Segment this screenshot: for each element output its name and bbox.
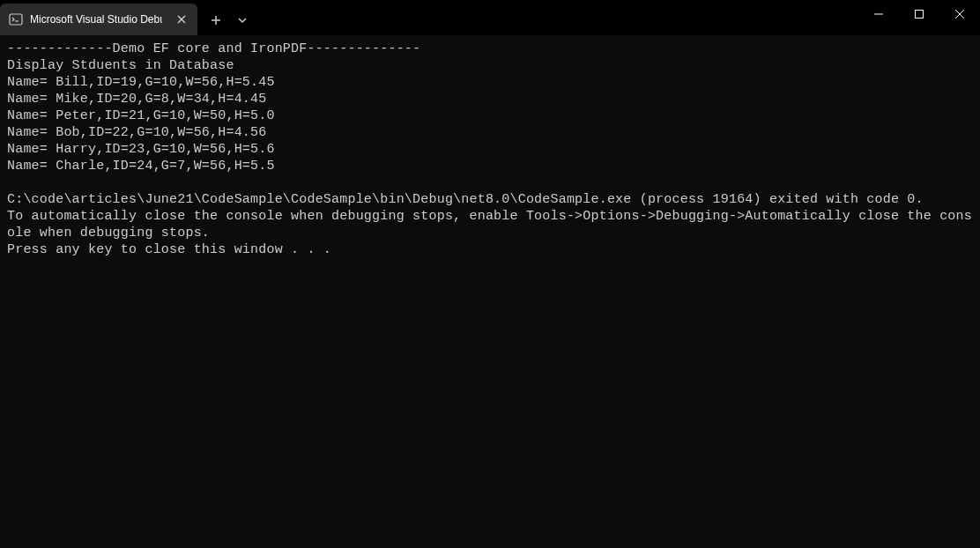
console-line: Name= Bob,ID=22,G=10,W=56,H=4.56	[7, 124, 973, 141]
console-line: Name= Bill,ID=19,G=10,W=56,H=5.45	[7, 74, 973, 91]
new-tab-button[interactable]	[203, 7, 229, 33]
active-tab[interactable]: Microsoft Visual Studio Debug	[0, 4, 197, 35]
console-line: Name= Charle,ID=24,G=7,W=56,H=5.5	[7, 158, 973, 174]
terminal-icon	[9, 12, 23, 26]
console-line: To automatically close the console when …	[7, 208, 973, 241]
tab-dropdown-button[interactable]	[229, 7, 256, 33]
console-line: Display Stduents in Database	[7, 57, 973, 74]
console-line: -------------Demo EF core and IronPDF---…	[7, 41, 973, 57]
console-output[interactable]: -------------Demo EF core and IronPDF---…	[0, 35, 980, 548]
console-line: Name= Peter,ID=21,G=10,W=50,H=5.0	[7, 107, 973, 124]
maximize-button[interactable]	[899, 0, 939, 28]
svg-rect-0	[10, 14, 22, 25]
console-line: Name= Harry,ID=23,G=10,W=56,H=5.6	[7, 141, 973, 158]
tab-title: Microsoft Visual Studio Debug	[30, 13, 162, 26]
console-line	[7, 174, 973, 191]
window-controls	[858, 0, 980, 28]
console-line: Press any key to close this window . . .	[7, 241, 973, 258]
titlebar-left: Microsoft Visual Studio Debug	[0, 0, 256, 35]
close-window-button[interactable]	[939, 0, 980, 28]
svg-rect-7	[916, 11, 924, 19]
console-line: Name= Mike,ID=20,G=8,W=34,H=4.45	[7, 91, 973, 107]
minimize-button[interactable]	[858, 0, 899, 28]
tab-close-button[interactable]	[174, 12, 189, 26]
console-line: C:\code\articles\June21\CodeSample\CodeS…	[7, 191, 973, 208]
titlebar: Microsoft Visual Studio Debug	[0, 0, 980, 35]
